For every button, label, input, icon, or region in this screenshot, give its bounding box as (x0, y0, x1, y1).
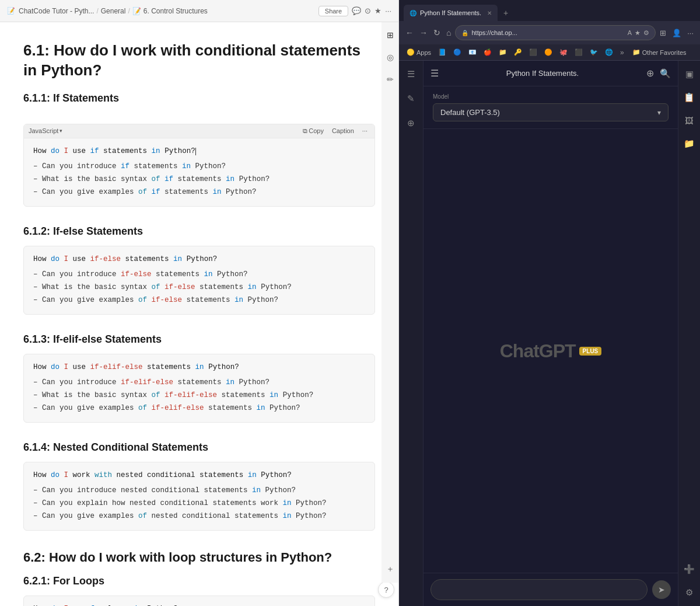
url-bar[interactable]: 🔒 https://chat.op... A ★ ⚙ (455, 25, 656, 40)
bm8-icon: 🟠 (544, 48, 552, 56)
url-star-icon[interactable]: ★ (635, 29, 640, 37)
code-toolbar-6-1-1: JavaScript ▾ ⧉ Copy Caption ··· (24, 124, 374, 138)
chatgpt-new-chat-icon[interactable]: ⊕ (646, 68, 654, 79)
profile-icon[interactable]: 👤 (670, 27, 683, 39)
bookmarks-more-icon[interactable]: » (617, 47, 627, 58)
chatgpt-search-icon[interactable]: 🔍 (660, 68, 671, 79)
bookmark-4[interactable]: 🍎 (481, 47, 495, 57)
caption-button-6-1-1[interactable]: Caption (330, 127, 356, 135)
chatgpt-sidebar-icon-3[interactable]: ⊕ (405, 116, 417, 131)
chatgpt-logo-text: ChatGPT (500, 340, 576, 362)
bookmark-12[interactable]: 🌐 (602, 47, 616, 57)
chatgpt-logo: ChatGPT PLUS (500, 340, 602, 362)
sidebar-icon-circle[interactable]: ◎ (384, 50, 396, 64)
lang-selector-6-1-1[interactable]: JavaScript ▾ (29, 127, 62, 134)
section-6-1-1: 6.1.1: If Statements + ⠿ JavaScript ▾ ⧉ … (23, 92, 375, 207)
tab-label: Python If Statements. (420, 9, 481, 16)
code-main-line-6-2-1: How do I use for loops in Python? (33, 603, 365, 606)
code-main-line-6-1-1: How do I use if statements in Python? (33, 145, 365, 157)
browser-more-icon[interactable]: ··· (685, 27, 695, 39)
lock-icon: 🔒 (461, 30, 468, 36)
breadcrumb-item-1[interactable]: ChatCode Tutor - Pyth... (19, 7, 94, 15)
bm3-icon: 📧 (468, 48, 477, 56)
sidebar-icon-add[interactable]: ＋ (384, 562, 397, 577)
chatgpt-hamburger-icon[interactable]: ☰ (430, 68, 439, 79)
bookmark-11[interactable]: 🐦 (587, 47, 601, 57)
chatgpt-right-icon-4[interactable]: 📁 (681, 136, 697, 151)
sidebar-icon-pen[interactable]: ✏ (384, 72, 396, 86)
code-sub-lines-6-1-3: – Can you introduce if-elif-else stateme… (33, 377, 365, 414)
bookmark-8[interactable]: 🟠 (541, 47, 555, 57)
refresh-button[interactable]: ↻ (432, 26, 442, 39)
breadcrumb-item-3[interactable]: 6. Control Structures (144, 7, 208, 15)
code-block-6-2-1: How do I use for loops in Python? – Can … (23, 595, 375, 606)
code-content-6-2-1[interactable]: How do I use for loops in Python? – Can … (24, 596, 374, 606)
chatgpt-main: ☰ ✎ ⊕ ☰ Python If Statements. ⊕ 🔍 Model … (399, 61, 700, 606)
code-content-6-1-2[interactable]: How do I use if-else statements in Pytho… (24, 246, 374, 314)
breadcrumb-item-2[interactable]: General (101, 7, 126, 15)
copy-button-6-1-1[interactable]: ⧉ Copy (300, 127, 326, 135)
code-content-6-1-4[interactable]: How do I work with nested conditional st… (24, 462, 374, 530)
bookmarks-bar: 🟡 Apps 📘 🔵 📧 🍎 📁 🔑 ⬛ 🟠 🐙 ⬛ 🐦 🌐 » 📁 Other… (399, 44, 700, 61)
bm4-icon: 🍎 (484, 48, 492, 56)
bookmark-10[interactable]: ⬛ (572, 47, 586, 57)
bookmark-3[interactable]: 📧 (466, 47, 480, 57)
chatgpt-sidebar-icon-2[interactable]: ✎ (405, 91, 417, 106)
more-button-6-1-1[interactable]: ··· (360, 127, 370, 135)
share-button[interactable]: Share (318, 6, 348, 16)
sidebar-icon-grid[interactable]: ⊞ (384, 28, 396, 42)
bookmark-apps[interactable]: 🟡 Apps (404, 47, 434, 57)
extensions-icon[interactable]: ⊞ (658, 27, 668, 39)
url-text: https://chat.op... (471, 29, 517, 36)
toolbar-star-icon[interactable]: ★ (374, 6, 382, 15)
chatgpt-settings-icon[interactable]: ⚙ (683, 585, 695, 600)
chat-input[interactable] (430, 579, 648, 600)
section-6-1-2-heading: 6.1.2: If-else Statements (23, 225, 375, 238)
browser-toolbar: ← → ↻ ⌂ 🔒 https://chat.op... A ★ ⚙ ⊞ 👤 ·… (399, 21, 700, 44)
title-bar: 📝 ChatCode Tutor - Pyth... / General / 📝… (0, 0, 398, 22)
toolbar-more-icon[interactable]: ··· (385, 6, 391, 15)
section-6-1-3-heading: 6.1.3: If-elif-else Statements (23, 333, 375, 346)
bookmark-6[interactable]: 🔑 (511, 47, 525, 57)
bookmark-other-favorites[interactable]: 📁 Other Favorites (629, 47, 690, 57)
add-block-icon[interactable]: + (23, 113, 28, 121)
bookmark-2[interactable]: 🔵 (450, 47, 464, 57)
bm12-icon: 🌐 (605, 48, 613, 56)
forward-button[interactable]: → (418, 26, 429, 39)
toolbar-circle-icon[interactable]: ⊙ (365, 6, 371, 15)
bookmark-apps-icon: 🟡 (407, 48, 415, 56)
bookmark-1[interactable]: 📘 (435, 47, 449, 57)
code-sub-lines-6-1-2: – Can you introduce if-else statements i… (33, 269, 365, 306)
code-block-6-1-4: How do I work with nested conditional st… (23, 462, 375, 531)
bookmark-5[interactable]: 📁 (496, 47, 510, 57)
new-tab-button[interactable]: + (499, 6, 513, 20)
tab-close-icon[interactable]: ✕ (487, 10, 492, 16)
chatgpt-right-icon-add[interactable]: ➕ (681, 562, 697, 577)
code-block-6-1-3: How do I use if-elif-else statements in … (23, 354, 375, 423)
chatgpt-right-icon-2[interactable]: 📋 (681, 90, 697, 105)
chatgpt-sidebar-icon-1[interactable]: ☰ (405, 67, 417, 82)
url-reading-icon[interactable]: A (628, 29, 632, 36)
chatgpt-right-icon-3[interactable]: 🖼 (682, 113, 696, 128)
drag-handle-icon[interactable]: ⠿ (32, 113, 37, 121)
browser-tab-active[interactable]: 🌐 Python If Statements. ✕ (404, 5, 498, 21)
tab-favicon: 🌐 (410, 10, 416, 16)
home-button[interactable]: ⌂ (444, 26, 453, 39)
help-button[interactable]: ? (378, 581, 394, 598)
bm1-icon: 📘 (438, 48, 446, 56)
url-ext-icon[interactable]: ⚙ (643, 29, 649, 37)
document-content: 6.1: How do I work with conditional stat… (0, 22, 398, 606)
toolbar-chat-icon[interactable]: 💬 (352, 6, 361, 15)
send-button[interactable]: ➤ (652, 580, 671, 599)
chatgpt-content: ☰ Python If Statements. ⊕ 🔍 Model Defaul… (424, 61, 678, 606)
section-6-1-4-heading: 6.1.4: Nested Conditional Statements (23, 441, 375, 454)
bookmark-9[interactable]: 🐙 (556, 47, 570, 57)
code-content-6-1-1[interactable]: How do I use if statements in Python? – … (24, 138, 374, 206)
bookmark-7[interactable]: ⬛ (526, 47, 540, 57)
model-selector[interactable]: Default (GPT-3.5) ▾ (433, 103, 668, 121)
back-button[interactable]: ← (404, 26, 415, 39)
bm2-icon: 🔵 (453, 48, 461, 56)
chatgpt-right-icon-1[interactable]: ▣ (683, 67, 696, 82)
code-content-6-1-3[interactable]: How do I use if-elif-else statements in … (24, 354, 374, 422)
model-arrow-icon: ▾ (657, 109, 661, 117)
